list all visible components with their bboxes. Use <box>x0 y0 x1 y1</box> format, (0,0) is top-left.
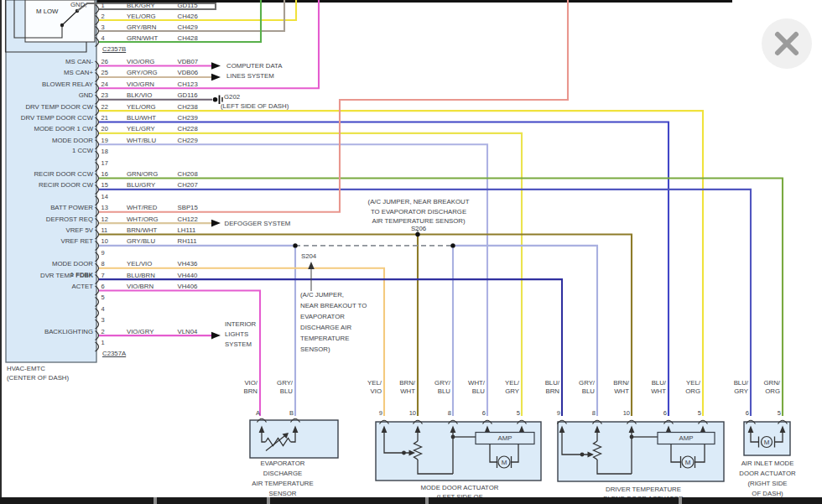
wire-color-label: VIO/ <box>232 379 258 387</box>
pin-function-label: BLOWER RELAY <box>3 81 93 88</box>
component-pin-number: 9 <box>372 409 382 417</box>
wire-color-label: YEL/ <box>675 379 700 387</box>
wire-color-label: YEL/ORG <box>127 13 156 20</box>
pin-function-label: DRV TEMP DOOR CW <box>3 103 93 111</box>
pin-number: 24 <box>101 81 108 88</box>
mode-motor-label: M <box>499 459 509 466</box>
circuit-id-label: CH208 <box>178 170 198 178</box>
wire-color-label: WHT/RED <box>127 204 157 211</box>
s206-note-line-2: TO EVAPORATOR DISCHARGE <box>332 208 505 216</box>
bottom-bar-divider <box>267 497 270 504</box>
circuit-id-label: VLN04 <box>178 328 198 335</box>
air-inlet-motor-label: M <box>762 439 772 446</box>
pin-function-label: BATT POWER <box>3 204 93 211</box>
component-name-label: SENSOR <box>232 490 333 497</box>
pin-function-label: MODE DOOR <box>3 260 93 268</box>
circuit-id-label: CH123 <box>178 81 198 88</box>
component-pin-number: 5 <box>771 409 781 417</box>
wire-color-label: GRN/ <box>755 379 780 387</box>
pin-number: 4 <box>101 305 105 313</box>
wire-color-label: GRN/ORG <box>127 170 158 178</box>
pin-number: 16 <box>101 170 108 178</box>
wire-color-label: GRY/BRN <box>127 23 156 31</box>
wire-color-label: BLU/BRN <box>127 272 155 279</box>
ground-id: G202 <box>224 93 240 101</box>
s206-splice-id: S206 <box>332 225 505 232</box>
pin-number: 15 <box>101 181 108 189</box>
wire-color-label: WHT <box>604 387 629 395</box>
component-pin-number: B <box>284 409 294 417</box>
pin-function-label: RECIR DOOR CCW <box>3 170 93 178</box>
wire-color-label: VIO/GRN <box>127 81 154 88</box>
component-name-label: MODE DOOR ACTUATOR <box>409 484 510 491</box>
circuit-id-label: CH429 <box>178 23 198 31</box>
component-pin-number: 6 <box>476 409 486 417</box>
s204-note-line-1: (A/C JUMPER, <box>300 291 344 299</box>
circuit-id-label: CH426 <box>178 13 198 20</box>
s204-note-line-5: TEMPERATURE <box>300 335 349 342</box>
wire-color-label: GRY/ <box>570 379 595 387</box>
wire-color-label: BLU/ <box>534 379 559 387</box>
circuit-id-label: CH239 <box>178 114 198 122</box>
wire-color-label: ORG <box>755 387 780 395</box>
wire-color-label: YEL/ <box>356 379 382 387</box>
pin-number: 18 <box>101 148 108 155</box>
wire-color-label: BLU <box>268 387 293 395</box>
pin-number: 14 <box>101 193 108 200</box>
close-button[interactable] <box>762 18 812 69</box>
circuit-id-label: GD115 <box>178 2 198 9</box>
pin-function-label: VREF RET <box>3 237 93 245</box>
wire-color-label: GRN/WHT <box>127 34 158 42</box>
s206-note-line-1: (A/C JUMPER, NEAR BREAKOUT <box>332 198 505 205</box>
computer-data-line-1: COMPUTER DATA <box>226 62 282 70</box>
window-left-edge <box>0 0 2 497</box>
s204-splice-id: S204 <box>301 252 316 260</box>
component-name-label: AIR TEMPERATURE <box>232 480 333 487</box>
pin-number: 2 <box>101 328 105 335</box>
circuit-id-label: VH406 <box>178 283 198 290</box>
circuit-id-label: VH436 <box>178 260 198 268</box>
wire-color-label: BLK/VIO <box>127 91 152 99</box>
s204-note-line-2: NEAR BREAKOUT TO <box>300 302 367 309</box>
wire-color-label: BLU <box>570 387 595 395</box>
pin-function-label: MS CAN+ <box>3 69 93 76</box>
s204-note-line-4: DISCHARGE AIR <box>300 324 351 331</box>
wire-color-label: GRY/ORG <box>127 69 158 76</box>
component-pin-number: 10 <box>406 409 416 417</box>
circuit-id-label: CH428 <box>178 34 198 42</box>
s204-note-line-6: SENSOR) <box>300 346 330 353</box>
pin-number: 10 <box>101 237 108 245</box>
pin-number: 2 <box>101 13 105 20</box>
component-pin-number: 9 <box>550 409 560 417</box>
module-location: (CENTER OF DASH) <box>7 374 69 382</box>
pin-number: 9 <box>101 249 105 257</box>
wire-color-label: VIO/BRN <box>127 283 153 290</box>
pin-number: 8 <box>101 260 105 268</box>
component-pin-number: 6 <box>739 409 749 417</box>
wire-color-label: GRY <box>494 387 519 395</box>
pin-function-label: MS CAN- <box>3 58 93 65</box>
computer-data-line-2: LINES SYSTEM <box>226 72 274 80</box>
circuit-id-label: CH238 <box>178 103 198 111</box>
driver-motor-label: M <box>683 459 693 466</box>
wire-color-label: BLU/ <box>641 379 666 387</box>
wire-color-label: YEL/ORG <box>127 103 156 111</box>
interior-lights-line-1: INTERIOR <box>225 320 256 328</box>
interior-lights-line-2: LIGHTS <box>225 330 248 338</box>
component-name-label: DOOR ACTUATOR <box>717 470 818 477</box>
wire-color-label: BLU/WHT <box>127 114 156 122</box>
s206-note-line-3: AIR TEMPERATURE SENSOR) <box>332 217 505 225</box>
component-name-label: DISCHARGE <box>232 470 333 477</box>
bottom-bar-divider <box>425 497 429 504</box>
wire-color-label: BLU <box>425 387 450 395</box>
component-pin-number: A <box>250 409 260 417</box>
connector-id-top: C2357B <box>102 45 126 53</box>
circuit-id-label: SBP15 <box>178 204 198 211</box>
wiring-diagram-page: M LOW GND, C2357B C2357A HVAC-EMTC (CENT… <box>0 0 822 504</box>
wire-color-label: WHT <box>641 387 666 395</box>
pin-function-label: MODE DOOR 1 CW <box>3 125 93 132</box>
pin-number: 5 <box>101 294 105 301</box>
component-pin-number: 5 <box>510 409 520 417</box>
wire-color-label: WHT/BLU <box>127 137 156 144</box>
component-pin-number: 6 <box>657 409 667 417</box>
